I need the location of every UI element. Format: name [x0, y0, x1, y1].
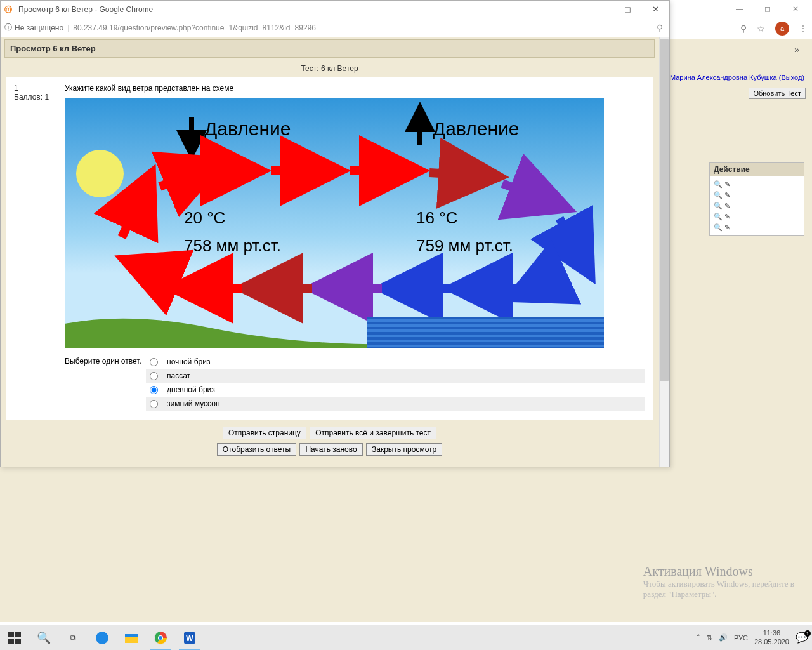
system-tray: ˄ ⇅ 🔊 РУС 11:36 28.05.2020 💬 1 [697, 629, 812, 646]
action-item[interactable]: 🔍 ✎ [714, 201, 800, 211]
network-icon[interactable]: ⇅ [707, 633, 712, 642]
magnifier-icon: 🔍 [714, 191, 723, 199]
submit-page-button[interactable]: Отправить страницу [223, 427, 306, 439]
page-header: Просмотр 6 кл Ветер [4, 39, 655, 58]
radio-1[interactable] [150, 372, 158, 380]
edit-icon: ✎ [724, 202, 730, 209]
watermark-line2: Чтобы активировать Windows, перейдите в [643, 579, 794, 589]
volume-icon[interactable]: 🔊 [719, 633, 728, 642]
svg-rect-20 [15, 639, 21, 644]
svg-line-10 [534, 272, 566, 287]
address-bar: ⓘ Не защищено | 80.237.49.19/question/pr… [1, 18, 669, 37]
action-center-icon[interactable]: 💬 1 [796, 632, 808, 644]
task-view-button[interactable]: ⧉ [58, 625, 88, 651]
option-label: зимний муссон [167, 399, 220, 408]
answer-block: Выберите один ответ. ночной бриз пассат [65, 355, 645, 411]
clock[interactable]: 11:36 28.05.2020 [754, 629, 789, 646]
collapse-chevron-icon[interactable]: » [794, 44, 808, 55]
tray-chevron-icon[interactable]: ˄ [697, 633, 700, 642]
close-preview-button[interactable]: Закрыть просмотр [366, 443, 442, 456]
show-answers-button[interactable]: Отобразить ответы [217, 443, 296, 456]
question-container: 1 Баллов: 1 Укажите какой вид ветра пред… [6, 77, 653, 420]
clock-date: 28.05.2020 [754, 638, 789, 646]
zoom-in-page-icon[interactable]: ⚲ [657, 23, 665, 33]
watermark-title: Активация Windows [643, 564, 794, 579]
radio-3[interactable] [150, 400, 158, 408]
svg-line-2 [122, 196, 141, 237]
zoom-icon[interactable]: ⚲ [740, 23, 747, 34]
answer-option-2[interactable]: дневной бриз [146, 383, 645, 397]
answer-prompt: Выберите один ответ. [65, 355, 146, 411]
magnifier-icon: 🔍 [714, 180, 723, 188]
radio-2[interactable] [150, 386, 158, 394]
security-status[interactable]: ⓘ Не защищено [4, 22, 63, 33]
restart-button[interactable]: Начать заново [299, 443, 362, 456]
foreground-chrome-window: ⓜ Просмотр 6 кл Ветер - Google Chrome — … [0, 0, 670, 467]
control-button-row: Отобразить ответы Начать заново Закрыть … [1, 442, 658, 458]
magnifier-icon: 🔍 [714, 223, 723, 231]
svg-line-8 [502, 183, 544, 199]
start-button[interactable] [0, 625, 29, 651]
submit-all-button[interactable]: Отправить всё и завершить тест [310, 427, 436, 439]
scrollbar-thumb[interactable] [660, 39, 669, 381]
scrollbar-track[interactable] [659, 37, 669, 467]
radio-0[interactable] [150, 358, 158, 366]
info-icon: ⓘ [4, 22, 12, 33]
question-text: Укажите какой вид ветра представлен на с… [65, 84, 645, 93]
question-meta: 1 Баллов: 1 [14, 84, 65, 411]
svg-rect-23 [125, 634, 138, 637]
minimize-button[interactable]: — [586, 1, 613, 18]
action-box-header: Действие [709, 162, 804, 176]
svg-line-9 [560, 218, 579, 253]
window-titlebar: ⓜ Просмотр 6 кл Ветер - Google Chrome — … [1, 1, 669, 18]
edit-icon: ✎ [724, 191, 730, 199]
clock-time: 11:36 [754, 629, 789, 637]
option-label: ночной бриз [167, 357, 210, 366]
magnifier-icon: 🔍 [714, 202, 723, 209]
svg-line-7 [429, 173, 474, 175]
maximize-button[interactable]: ◻ [613, 1, 641, 18]
question-points: Баллов: 1 [14, 93, 65, 102]
edit-icon: ✎ [724, 223, 730, 231]
answer-option-3[interactable]: зимний муссон [146, 397, 645, 411]
svg-rect-19 [8, 639, 14, 644]
svg-rect-17 [8, 632, 14, 637]
bg-minimize-button[interactable]: — [726, 0, 754, 18]
chrome-menu-icon[interactable]: ⋮ [799, 24, 807, 33]
action-item[interactable]: 🔍 ✎ [714, 179, 800, 190]
url-text[interactable]: 80.237.49.19/question/preview.php?contin… [73, 23, 653, 32]
word-taskbar-button[interactable]: W [175, 625, 204, 651]
chrome-taskbar-button[interactable] [146, 625, 175, 651]
edit-icon: ✎ [724, 180, 730, 188]
svg-rect-18 [15, 632, 21, 637]
action-sidebar-box: Действие 🔍 ✎ 🔍 ✎ 🔍 ✎ 🔍 ✎ 🔍 ✎ [709, 162, 804, 236]
wind-diagram: Давление Давление 20 °C 758 мм рт.ст. 16… [65, 98, 604, 348]
action-item[interactable]: 🔍 ✎ [714, 222, 800, 233]
svg-point-21 [96, 632, 108, 644]
edge-taskbar-button[interactable] [88, 625, 117, 651]
search-button[interactable]: 🔍 [29, 625, 58, 651]
svg-text:W: W [186, 634, 193, 643]
action-item[interactable]: 🔍 ✎ [714, 211, 800, 222]
answer-option-1[interactable]: пассат [146, 369, 645, 383]
action-item[interactable]: 🔍 ✎ [714, 190, 800, 201]
submit-button-row: Отправить страницу Отправить всё и завер… [1, 420, 658, 442]
sea-shape [367, 317, 604, 348]
moodle-favicon-icon: ⓜ [4, 4, 15, 15]
magnifier-icon: 🔍 [714, 213, 723, 220]
bookmark-star-icon[interactable]: ☆ [757, 23, 765, 34]
insecure-label: Не защищено [15, 23, 63, 32]
close-button[interactable]: ✕ [641, 1, 669, 18]
taskview-icon: ⧉ [70, 633, 76, 642]
question-number: 1 [14, 84, 65, 93]
bg-close-button[interactable]: ✕ [782, 0, 809, 18]
test-title: Тест: 6 кл Ветер [1, 58, 658, 77]
profile-avatar[interactable]: a [775, 22, 789, 36]
windows-taskbar: 🔍 ⧉ W ˄ ⇅ 🔊 РУС 11:36 28.05.2020 💬 1 [0, 625, 812, 650]
bg-maximize-button[interactable]: ◻ [754, 0, 782, 18]
language-indicator[interactable]: РУС [734, 634, 748, 642]
explorer-taskbar-button[interactable] [117, 625, 146, 651]
update-test-button[interactable]: Обновить Тест [749, 88, 806, 99]
answer-option-0[interactable]: ночной бриз [146, 355, 645, 369]
answer-options: ночной бриз пассат дневной бриз [146, 355, 645, 411]
